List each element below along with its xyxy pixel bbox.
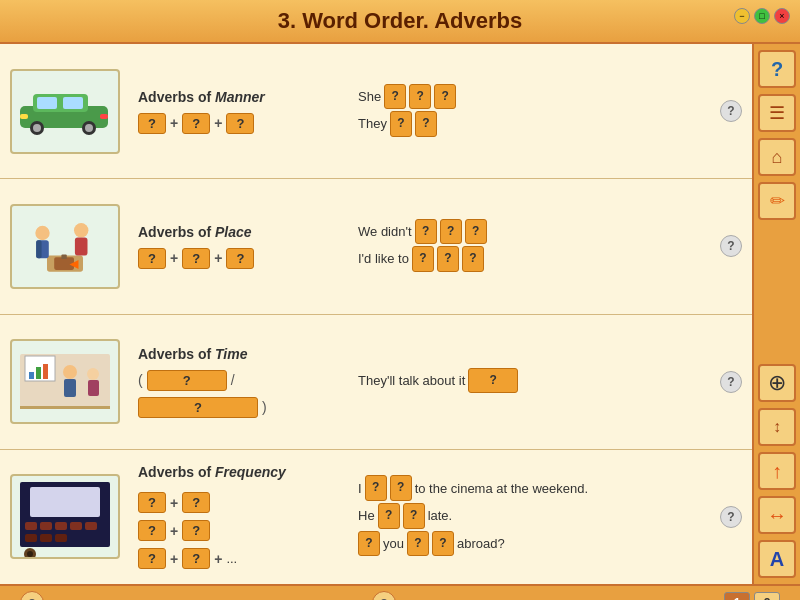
page-1-button[interactable]: 1 (724, 592, 750, 600)
formula-box-3[interactable]: ? (226, 113, 254, 134)
svg-rect-8 (20, 114, 28, 119)
formula-box-p2[interactable]: ? (182, 248, 210, 269)
row-frequency: Adverbs of Frequency ? + ? ? + ? ? (0, 450, 752, 584)
main-container: Adverbs of Manner ? + ? + ? She ? ? ? (0, 44, 800, 584)
formula-freq-box2[interactable]: ? (182, 492, 210, 513)
sentence-line: ? you ? ? abroad? (358, 531, 702, 557)
page-title: 3. Word Order. Adverbs (0, 8, 800, 34)
zoom-plus-sidebar-button[interactable]: ⊕ (758, 364, 796, 402)
home-sidebar-button[interactable]: ⌂ (758, 138, 796, 176)
image-time (10, 339, 120, 424)
svg-rect-37 (40, 534, 52, 542)
svg-rect-22 (36, 367, 41, 379)
sentences-time: They'll talk about it ? (350, 364, 710, 400)
text-sidebar-button[interactable]: A (758, 540, 796, 578)
svg-rect-9 (100, 114, 108, 119)
svg-point-11 (35, 226, 49, 240)
sentence-line: I'd like to ? ? ? (358, 246, 702, 272)
formula-freq-box6[interactable]: ? (182, 548, 210, 569)
sentence-line: They'll talk about it ? (358, 368, 702, 394)
svg-rect-3 (63, 97, 83, 109)
sentences-place: We didn't ? ? ? I'd like to ? ? ? (350, 215, 710, 278)
formula-box-1[interactable]: ? (138, 113, 166, 134)
svg-rect-30 (30, 487, 100, 517)
svg-point-24 (63, 365, 77, 379)
bottom-help-left[interactable]: ? (20, 591, 44, 600)
svg-rect-15 (75, 237, 88, 255)
maximize-button[interactable]: □ (754, 8, 770, 24)
arrow-sidebar-button[interactable]: ↔ (758, 496, 796, 534)
formula-time-box1[interactable]: ? (147, 370, 227, 391)
help-button-manner[interactable]: ? (720, 100, 742, 122)
formula-time-box2[interactable]: ? (138, 397, 258, 418)
page-2-button[interactable]: 2 (754, 592, 780, 600)
formula-freq-box4[interactable]: ? (182, 520, 210, 541)
formula-freq-2: ? + ? (138, 520, 332, 541)
content-area: Adverbs of Manner ? + ? + ? She ? ? ? (0, 44, 752, 584)
formula-box-2[interactable]: ? (182, 113, 210, 134)
adverb-place-title: Adverbs of Place (138, 224, 332, 240)
svg-rect-28 (20, 406, 110, 409)
svg-point-5 (33, 124, 41, 132)
sentence-line: She ? ? ? (358, 84, 702, 110)
svg-rect-35 (85, 522, 97, 530)
mid-time: Adverbs of Time ( ? / ? ) (130, 342, 340, 422)
help-button-time[interactable]: ? (720, 371, 742, 393)
pencil-sidebar-button[interactable]: ✏ (758, 182, 796, 220)
formula-freq-box5[interactable]: ? (138, 548, 166, 569)
close-button[interactable]: × (774, 8, 790, 24)
title-bar: 3. Word Order. Adverbs − □ × (0, 0, 800, 44)
sidebar: ? ☰ ⌂ ✏ ⊕ ↕ ↑ ↔ A (752, 44, 800, 584)
formula-box-p1[interactable]: ? (138, 248, 166, 269)
row-time: Adverbs of Time ( ? / ? ) They'll ta (0, 315, 752, 450)
mid-manner: Adverbs of Manner ? + ? + ? (130, 85, 340, 138)
svg-rect-25 (64, 379, 76, 397)
image-frequency (10, 474, 120, 559)
image-manner (10, 69, 120, 154)
svg-rect-36 (25, 534, 37, 542)
page-controls: 1 2 (724, 592, 780, 600)
svg-point-26 (87, 368, 99, 380)
help-sidebar-button[interactable]: ? (758, 50, 796, 88)
formula-freq-3: ? + ? + ... (138, 548, 332, 569)
svg-rect-2 (37, 97, 57, 109)
sentence-line: We didn't ? ? ? (358, 219, 702, 245)
svg-rect-38 (55, 534, 67, 542)
svg-rect-16 (54, 257, 74, 270)
svg-point-7 (85, 124, 93, 132)
sentence-line: I ? ? to the cinema at the weekend. (358, 475, 702, 501)
formula-manner: ? + ? + ? (138, 113, 332, 134)
svg-rect-31 (25, 522, 37, 530)
image-place (10, 204, 120, 289)
help-button-place[interactable]: ? (720, 235, 742, 257)
help-button-frequency[interactable]: ? (720, 506, 742, 528)
bottom-bar: ? ? 1 2 (0, 584, 800, 600)
minimize-button[interactable]: − (734, 8, 750, 24)
svg-rect-34 (70, 522, 82, 530)
sentence-line: He ? ? late. (358, 503, 702, 529)
mid-place: Adverbs of Place ? + ? + ? (130, 220, 340, 273)
svg-rect-33 (55, 522, 67, 530)
adverb-frequency-title: Adverbs of Frequency (138, 464, 332, 480)
sentences-frequency: I ? ? to the cinema at the weekend. He ?… (350, 471, 710, 562)
svg-rect-32 (40, 522, 52, 530)
svg-rect-23 (43, 364, 48, 379)
list-sidebar-button[interactable]: ☰ (758, 94, 796, 132)
adverb-time-title: Adverbs of Time (138, 346, 332, 362)
mid-frequency: Adverbs of Frequency ? + ? ? + ? ? (130, 460, 340, 573)
formula-freq-box3[interactable]: ? (138, 520, 166, 541)
formula-box-p3[interactable]: ? (226, 248, 254, 269)
resize-sidebar-button[interactable]: ↕ (758, 408, 796, 446)
formula-freq-1: ? + ? (138, 492, 332, 513)
formula-freq-box1[interactable]: ? (138, 492, 166, 513)
svg-rect-13 (36, 240, 41, 258)
svg-rect-17 (61, 254, 66, 259)
up-sidebar-button[interactable]: ↑ (758, 452, 796, 490)
row-manner: Adverbs of Manner ? + ? + ? She ? ? ? (0, 44, 752, 179)
svg-point-14 (74, 223, 88, 237)
bottom-help-center[interactable]: ? (372, 591, 396, 600)
formula-place: ? + ? + ? (138, 248, 332, 269)
svg-rect-21 (29, 372, 34, 379)
row-place: Adverbs of Place ? + ? + ? We didn't ? ?… (0, 179, 752, 314)
formula-time: ( ? / ? ) (138, 370, 332, 418)
